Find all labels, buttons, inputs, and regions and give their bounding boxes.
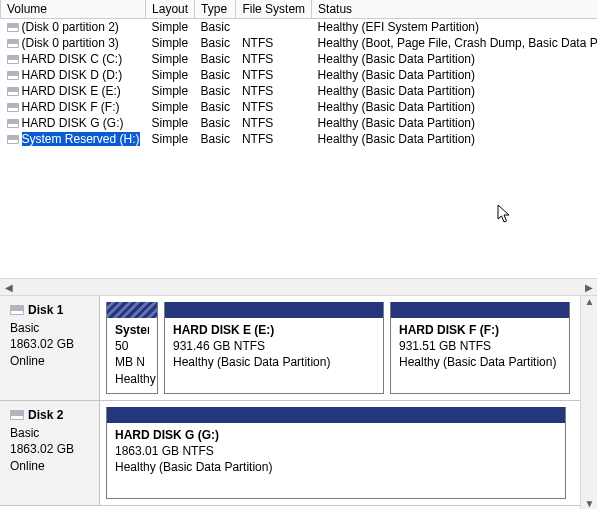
col-volume[interactable]: Volume	[1, 0, 146, 19]
volume-layout: Simple	[146, 35, 195, 51]
volume-layout: Simple	[146, 67, 195, 83]
volume-type: Basic	[195, 83, 236, 99]
scroll-track[interactable]	[17, 279, 580, 295]
disk-title: Disk 1	[28, 303, 63, 317]
disk-info: Disk 2Basic1863.02 GBOnline	[0, 401, 100, 505]
scroll-track[interactable]	[581, 307, 597, 498]
table-header-row: Volume Layout Type File System Status	[1, 0, 598, 19]
volume-fs: NTFS	[236, 35, 312, 51]
volume-fs	[236, 19, 312, 36]
partition-strip: HARD DISK G (G:)1863.01 GB NTFSHealthy (…	[100, 401, 580, 505]
partition[interactable]: HARD DISK G (G:)1863.01 GB NTFSHealthy (…	[106, 407, 566, 499]
volume-fs: NTFS	[236, 131, 312, 147]
volume-name: HARD DISK E (E:)	[22, 84, 121, 98]
volumes-table-area: Volume Layout Type File System Status (D…	[0, 0, 597, 278]
disk-title: Disk 2	[28, 408, 63, 422]
col-type[interactable]: Type	[195, 0, 236, 19]
volume-layout: Simple	[146, 99, 195, 115]
disk-status: Online	[10, 353, 91, 369]
partition-size: 931.46 GB NTFS	[173, 338, 375, 354]
scroll-right-icon[interactable]: ▶	[580, 279, 597, 295]
partition-size: 50 MB N	[115, 338, 149, 370]
partition-status: Healthy (Basic Data Partition)	[173, 354, 375, 370]
volume-name: HARD DISK G (G:)	[22, 116, 124, 130]
volume-name: (Disk 0 partition 3)	[22, 36, 119, 50]
volume-type: Basic	[195, 131, 236, 147]
scroll-up-icon[interactable]: ▲	[581, 296, 597, 307]
volume-status: Healthy (EFI System Partition)	[312, 19, 597, 36]
col-filesystem[interactable]: File System	[236, 0, 312, 19]
volume-type: Basic	[195, 19, 236, 36]
col-status[interactable]: Status	[312, 0, 597, 19]
volume-fs: NTFS	[236, 99, 312, 115]
volume-name: HARD DISK C (C:)	[22, 52, 123, 66]
drive-icon	[7, 55, 19, 64]
col-layout[interactable]: Layout	[146, 0, 195, 19]
scroll-left-icon[interactable]: ◀	[0, 279, 17, 295]
disk-type: Basic	[10, 320, 91, 336]
scroll-down-icon[interactable]: ▼	[581, 498, 597, 509]
volume-layout: Simple	[146, 19, 195, 36]
disk-size: 1863.02 GB	[10, 441, 91, 457]
volume-layout: Simple	[146, 131, 195, 147]
partition-status: Healthy (Basic Data Partition)	[115, 459, 557, 475]
partition[interactable]: System50 MB NHealthy	[106, 302, 158, 394]
disk-info: Disk 1Basic1863.02 GBOnline	[0, 296, 100, 400]
disk-map-area: Disk 1Basic1863.02 GBOnlineSystem50 MB N…	[0, 295, 597, 509]
partition-title: HARD DISK G (G:)	[115, 427, 557, 443]
partition-title: System	[115, 322, 149, 338]
table-row[interactable]: HARD DISK G (G:)SimpleBasicNTFSHealthy (…	[1, 115, 598, 131]
volume-fs: NTFS	[236, 67, 312, 83]
partition[interactable]: HARD DISK E (E:)931.46 GB NTFSHealthy (B…	[164, 302, 384, 394]
volume-type: Basic	[195, 99, 236, 115]
partition-size: 1863.01 GB NTFS	[115, 443, 557, 459]
volume-fs: NTFS	[236, 115, 312, 131]
volume-status: Healthy (Basic Data Partition)	[312, 83, 597, 99]
table-row[interactable]: HARD DISK F (F:)SimpleBasicNTFSHealthy (…	[1, 99, 598, 115]
table-row[interactable]: HARD DISK C (C:)SimpleBasicNTFSHealthy (…	[1, 51, 598, 67]
disk-row: Disk 1Basic1863.02 GBOnlineSystem50 MB N…	[0, 296, 580, 401]
volume-status: Healthy (Basic Data Partition)	[312, 99, 597, 115]
disk-icon	[10, 305, 24, 315]
horizontal-scrollbar[interactable]: ◀ ▶	[0, 278, 597, 295]
volume-type: Basic	[195, 115, 236, 131]
volume-status: Healthy (Boot, Page File, Crash Dump, Ba…	[312, 35, 597, 51]
partition-status: Healthy (Basic Data Partition)	[399, 354, 561, 370]
volume-layout: Simple	[146, 51, 195, 67]
volume-status: Healthy (Basic Data Partition)	[312, 131, 597, 147]
table-row[interactable]: HARD DISK E (E:)SimpleBasicNTFSHealthy (…	[1, 83, 598, 99]
disk-size: 1863.02 GB	[10, 336, 91, 352]
partition-status: Healthy	[115, 371, 149, 387]
partition-strip: System50 MB NHealthyHARD DISK E (E:)931.…	[100, 296, 580, 400]
partition[interactable]: HARD DISK F (F:)931.51 GB NTFSHealthy (B…	[390, 302, 570, 394]
drive-icon	[7, 39, 19, 48]
drive-icon	[7, 71, 19, 80]
volume-name: HARD DISK F (F:)	[22, 100, 120, 114]
table-row[interactable]: (Disk 0 partition 3)SimpleBasicNTFSHealt…	[1, 35, 598, 51]
table-row[interactable]: (Disk 0 partition 2)SimpleBasicHealthy (…	[1, 19, 598, 36]
volumes-table[interactable]: Volume Layout Type File System Status (D…	[0, 0, 597, 147]
table-row[interactable]: HARD DISK D (D:)SimpleBasicNTFSHealthy (…	[1, 67, 598, 83]
volume-fs: NTFS	[236, 51, 312, 67]
drive-icon	[7, 23, 19, 32]
volume-name: System Reserved (H:)	[22, 132, 140, 146]
disk-type: Basic	[10, 425, 91, 441]
volume-fs: NTFS	[236, 83, 312, 99]
partition-title: HARD DISK E (E:)	[173, 322, 375, 338]
volume-name: HARD DISK D (D:)	[22, 68, 123, 82]
partition-title: HARD DISK F (F:)	[399, 322, 561, 338]
volume-layout: Simple	[146, 83, 195, 99]
vertical-scrollbar[interactable]: ▲ ▼	[580, 296, 597, 509]
drive-icon	[7, 87, 19, 96]
volume-type: Basic	[195, 67, 236, 83]
volume-status: Healthy (Basic Data Partition)	[312, 67, 597, 83]
volume-type: Basic	[195, 35, 236, 51]
drive-icon	[7, 135, 19, 144]
disk-row: Disk 2Basic1863.02 GBOnlineHARD DISK G (…	[0, 401, 580, 506]
disk-icon	[10, 410, 24, 420]
table-row[interactable]: System Reserved (H:)SimpleBasicNTFSHealt…	[1, 131, 598, 147]
drive-icon	[7, 119, 19, 128]
volume-layout: Simple	[146, 115, 195, 131]
drive-icon	[7, 103, 19, 112]
volume-status: Healthy (Basic Data Partition)	[312, 51, 597, 67]
